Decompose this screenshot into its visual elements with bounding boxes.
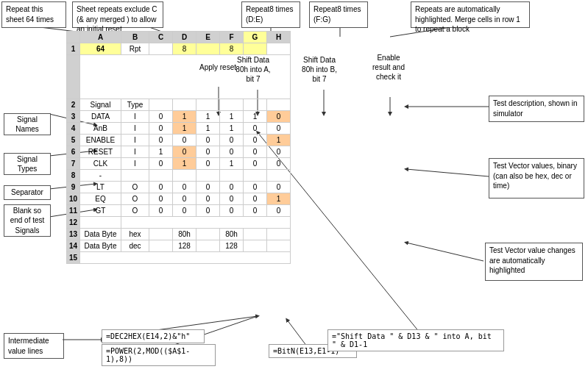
cell-14-g[interactable] [244, 240, 267, 252]
cell-13-d[interactable]: 80h [173, 229, 196, 240]
cell-11-h[interactable]: 0 [267, 205, 291, 217]
cell-9-g[interactable]: 0 [244, 182, 267, 193]
cell-11-g[interactable]: 0 [244, 205, 267, 217]
cell-2-f[interactable] [220, 99, 244, 111]
cell-2-b[interactable]: Type [121, 99, 149, 111]
cell-14-f[interactable]: 128 [220, 240, 244, 252]
cell-9-c[interactable]: 0 [149, 182, 173, 193]
cell-11-e[interactable]: 0 [196, 205, 220, 217]
table-row[interactable]: 5 ENABLE I 0 0 0 0 0 1 [67, 135, 291, 146]
cell-7-d[interactable]: 1 [173, 158, 196, 170]
cell-6-g[interactable]: 0 [244, 146, 267, 158]
cell-11-b[interactable]: O [121, 205, 149, 217]
cell-2-g[interactable] [244, 99, 267, 111]
cell-8-f[interactable] [220, 170, 244, 182]
table-row[interactable]: 7 CLK I 0 1 0 1 0 0 [67, 158, 291, 170]
table-row[interactable]: 3 DATA I 0 1 1 1 1 0 [67, 111, 291, 123]
cell-3-f[interactable]: 1 [220, 111, 244, 123]
cell-3-h[interactable]: 0 [267, 111, 291, 123]
cell-6-a[interactable]: RESET [80, 146, 121, 158]
table-row[interactable]: 4 AnB I 0 1 1 1 0 0 [67, 123, 291, 135]
table-row[interactable]: 10 EQ O 0 0 0 0 0 1 [67, 193, 291, 205]
cell-13-g[interactable] [244, 229, 267, 240]
cell-1-c[interactable] [149, 43, 173, 55]
table-row[interactable]: 9 LT O 0 0 0 0 0 0 [67, 182, 291, 193]
cell-14-d[interactable]: 128 [173, 240, 196, 252]
cell-4-b[interactable]: I [121, 123, 149, 135]
cell-4-f[interactable]: 1 [220, 123, 244, 135]
cell-7-f[interactable]: 1 [220, 158, 244, 170]
cell-4-c[interactable]: 0 [149, 123, 173, 135]
cell-8-d[interactable] [173, 170, 196, 182]
cell-2-c[interactable] [149, 99, 173, 111]
cell-3-a[interactable]: DATA [80, 111, 121, 123]
cell-11-c[interactable]: 0 [149, 205, 173, 217]
cell-1-b[interactable]: Rpt [121, 43, 149, 55]
cell-3-d[interactable]: 1 [173, 111, 196, 123]
cell-5-g[interactable]: 0 [244, 135, 267, 146]
cell-1-d[interactable]: 8 [173, 43, 196, 55]
cell-14-a[interactable]: Data Byte [80, 240, 121, 252]
cell-2-h[interactable] [267, 99, 291, 111]
cell-2-e[interactable] [196, 99, 220, 111]
table-row[interactable]: 1 64 Rpt 8 8 [67, 43, 291, 55]
cell-12-a[interactable] [80, 217, 121, 229]
cell-13-f[interactable]: 80h [220, 229, 244, 240]
cell-2-a[interactable]: Signal [80, 99, 121, 111]
cell-9-b[interactable]: O [121, 182, 149, 193]
cell-14-h[interactable] [267, 240, 291, 252]
spreadsheet-container[interactable]: A B C D E F G H 1 64 Rpt 8 [66, 31, 486, 264]
cell-1-f[interactable]: 8 [220, 43, 244, 55]
cell-1-g[interactable] [244, 43, 267, 55]
cell-3-g[interactable]: 1 [244, 111, 267, 123]
table-row[interactable]: 14 Data Byte dec 128 128 [67, 240, 291, 252]
cell-6-h[interactable]: 0 [267, 146, 291, 158]
cell-4-e[interactable]: 1 [196, 123, 220, 135]
cell-7-a[interactable]: CLK [80, 158, 121, 170]
cell-11-d[interactable]: 0 [173, 205, 196, 217]
cell-10-d[interactable]: 0 [173, 193, 196, 205]
cell-6-f[interactable]: 0 [220, 146, 244, 158]
table-row[interactable]: 15 [67, 252, 291, 264]
cell-14-c[interactable] [149, 240, 173, 252]
cell-10-f[interactable]: 0 [220, 193, 244, 205]
table-row[interactable]: 11 GT O 0 0 0 0 0 0 [67, 205, 291, 217]
cell-8-b[interactable] [121, 170, 149, 182]
cell-8-h[interactable] [267, 170, 291, 182]
table-row[interactable]: 12 [67, 217, 291, 229]
cell-9-a[interactable]: LT [80, 182, 121, 193]
cell-6-d[interactable]: 0 [173, 146, 196, 158]
cell-8-c[interactable] [149, 170, 173, 182]
cell-14-e[interactable] [196, 240, 220, 252]
cell-13-a[interactable]: Data Byte [80, 229, 121, 240]
cell-6-b[interactable]: I [121, 146, 149, 158]
cell-3-c[interactable]: 0 [149, 111, 173, 123]
cell-3-e[interactable]: 1 [196, 111, 220, 123]
cell-2-d[interactable] [173, 99, 196, 111]
cell-5-f[interactable]: 0 [220, 135, 244, 146]
cell-13-h[interactable] [267, 229, 291, 240]
cell-3-b[interactable]: I [121, 111, 149, 123]
cell-10-b[interactable]: O [121, 193, 149, 205]
table-row[interactable]: 13 Data Byte hex 80h 80h [67, 229, 291, 240]
cell-7-g[interactable]: 0 [244, 158, 267, 170]
cell-9-d[interactable]: 0 [173, 182, 196, 193]
cell-4-h[interactable]: 0 [267, 123, 291, 135]
cell-4-a[interactable]: AnB [80, 123, 121, 135]
cell-1-e[interactable] [196, 43, 220, 55]
cell-8-a[interactable]: - [80, 170, 121, 182]
cell-10-c[interactable]: 0 [149, 193, 173, 205]
cell-13-e[interactable] [196, 229, 220, 240]
cell-1-h[interactable] [267, 43, 291, 55]
cell-5-h[interactable]: 1 [267, 135, 291, 146]
cell-10-g[interactable]: 0 [244, 193, 267, 205]
cell-10-h[interactable]: 1 [267, 193, 291, 205]
table-row[interactable]: 8 - [67, 170, 291, 182]
cell-6-e[interactable]: 0 [196, 146, 220, 158]
cell-9-e[interactable]: 0 [196, 182, 220, 193]
cell-10-e[interactable]: 0 [196, 193, 220, 205]
cell-11-f[interactable]: 0 [220, 205, 244, 217]
cell-7-h[interactable]: 0 [267, 158, 291, 170]
cell-1-a[interactable]: 64 [80, 43, 121, 55]
cell-9-f[interactable]: 0 [220, 182, 244, 193]
